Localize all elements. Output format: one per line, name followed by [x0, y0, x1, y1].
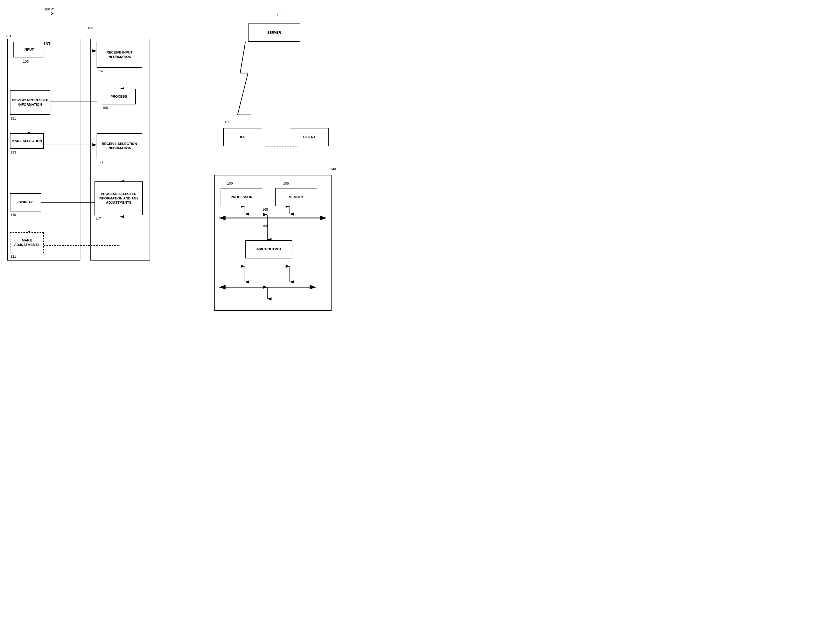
ref-113: 113	[11, 150, 16, 154]
display-box: DISPLAY	[10, 193, 41, 212]
make-selection-box: MAKE SELECTION	[10, 133, 44, 149]
memory-box: MEMORY	[276, 188, 317, 206]
ref-117: 117	[95, 217, 101, 221]
ref-105: 105	[23, 60, 29, 63]
process-selected-box: PROCESS SELECTED INFORMATION AND ANY ADJ…	[95, 181, 143, 215]
ref-111: 111	[11, 117, 16, 120]
ref-103-right: 103	[277, 13, 282, 17]
make-adjustments-box: MAKE ADJUSTMENTS	[10, 232, 44, 253]
ref-101-left: 101	[6, 34, 11, 38]
ref-107: 107	[98, 69, 104, 73]
lightning-bolt	[235, 42, 256, 128]
display-processed-box: DISPLAY PROCESSED INFORMATION	[10, 90, 51, 115]
ref-155: 155	[283, 181, 289, 186]
processor-box: PROCESSOR	[221, 188, 262, 206]
diagram-container: 100 101 103 CLIENT SERVER INPUT 105 RECE…	[0, 0, 410, 322]
server-top-box: SERVER	[248, 23, 300, 42]
ref-140: 140	[330, 167, 336, 171]
curly-100	[50, 8, 57, 16]
ref-109: 109	[102, 106, 108, 110]
ref-103-left: 103	[87, 26, 93, 30]
ref-150: 150	[227, 181, 233, 186]
client-top-box: CLIENT	[290, 128, 329, 146]
ref-115: 115	[98, 161, 104, 165]
bottom-arrows	[214, 206, 332, 258]
input-box: INPUT	[13, 42, 44, 57]
process-box: PROCESS	[102, 89, 136, 104]
ref-100: 100	[44, 7, 50, 11]
client-outer-box: CLIENT	[7, 38, 80, 261]
ref-119: 119	[11, 213, 16, 217]
ref-121: 121	[11, 255, 16, 258]
isp-box: ISP	[223, 128, 262, 146]
receive-selection-box: RECEIVE SELECTION INFORMATION	[96, 133, 142, 159]
ref-135: 135	[225, 120, 230, 124]
receive-input-box: RECEIVE INPUT INFORMATION	[96, 42, 142, 68]
